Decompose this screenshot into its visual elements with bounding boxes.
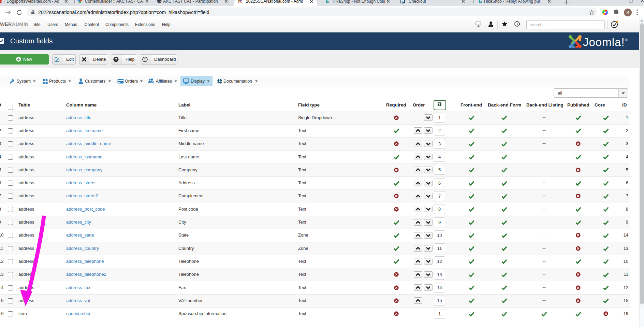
- svg-text:?: ?: [115, 57, 117, 61]
